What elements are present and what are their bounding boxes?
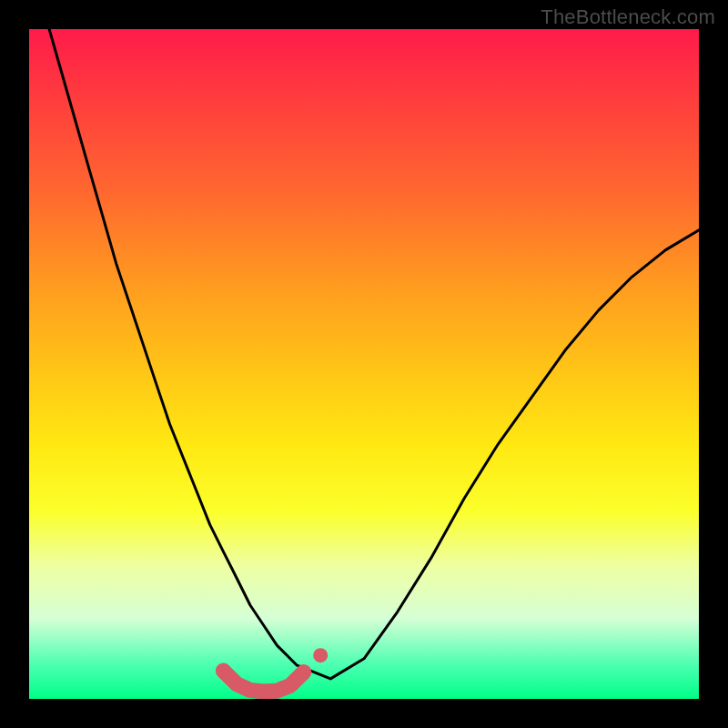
watermark-label: TheBottleneck.com: [541, 5, 715, 29]
plot-area: [29, 29, 699, 699]
highlight-dot: [313, 648, 328, 662]
curve-svg: [29, 29, 699, 699]
chart-frame: TheBottleneck.com: [0, 0, 728, 728]
highlight-segment: [223, 671, 303, 692]
bottleneck-curve: [49, 29, 699, 679]
